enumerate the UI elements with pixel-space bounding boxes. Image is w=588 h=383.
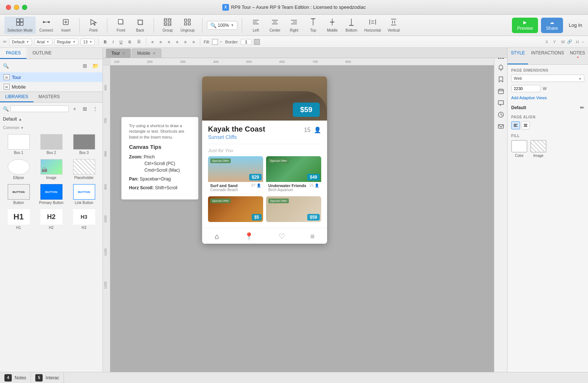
masters-tab[interactable]: MASTERS bbox=[33, 92, 65, 102]
strikethrough-button[interactable]: S bbox=[126, 39, 133, 45]
widget-link-button[interactable]: BUTTON Link Button bbox=[68, 183, 100, 206]
minimize-button[interactable] bbox=[14, 5, 19, 10]
side-clock-icon[interactable] bbox=[496, 110, 506, 120]
zoom-value: 100% bbox=[218, 23, 229, 28]
center-align-button[interactable]: Center bbox=[266, 17, 284, 34]
fill-color-swatch[interactable] bbox=[212, 39, 218, 45]
side-comment-icon[interactable] bbox=[496, 98, 506, 108]
page-add-button[interactable]: ⊞ bbox=[80, 61, 89, 70]
share-button[interactable]: ☁ Share bbox=[541, 18, 563, 33]
widget-ellipse[interactable]: Ellipse bbox=[3, 158, 34, 181]
mobile-hero: $59 bbox=[202, 76, 327, 121]
font-dropdown[interactable]: Arial ▼ bbox=[34, 39, 52, 45]
canvas-tab-mobile-close[interactable]: ✕ bbox=[153, 51, 156, 56]
side-email-icon[interactable] bbox=[496, 121, 506, 132]
pages-search-input[interactable] bbox=[10, 62, 79, 69]
widget-box2[interactable]: Box 2 bbox=[36, 133, 67, 156]
pages-tab[interactable]: PAGES bbox=[0, 48, 26, 59]
bottom-align-button[interactable]: Bottom bbox=[342, 17, 361, 34]
add-adaptive-link[interactable]: Add Adaptive Views bbox=[511, 96, 547, 100]
card-num-turtle: 25 👤 bbox=[309, 183, 319, 187]
widget-primary-button[interactable]: BUTTON Primary Button bbox=[36, 183, 67, 206]
horizontal-dist-button[interactable]: Horizontal bbox=[361, 17, 384, 34]
widget-h3[interactable]: H3 H3 bbox=[68, 208, 100, 231]
nav-heart-icon[interactable]: ♡ bbox=[279, 232, 285, 241]
list-button[interactable]: ☰ bbox=[135, 39, 143, 45]
align-center-btn[interactable]: ≡ bbox=[158, 39, 164, 45]
italic-button[interactable]: I bbox=[111, 39, 115, 45]
widget-h2[interactable]: H2 H2 bbox=[36, 208, 67, 231]
back-button[interactable]: Back bbox=[131, 17, 149, 34]
nav-location-icon[interactable]: 📍 bbox=[244, 232, 254, 241]
canvas-tabs: Tour ✕ Mobile ✕ bbox=[103, 48, 507, 58]
widget-placeholder[interactable]: Placeholder bbox=[68, 158, 100, 181]
align-justify-btn[interactable]: ≡ bbox=[174, 39, 180, 45]
preview-button[interactable]: ▶ Preview bbox=[512, 18, 538, 33]
canvas-content[interactable]: Try using a shortcut to draw a rectangle… bbox=[110, 65, 507, 372]
lib-grid-button[interactable]: ⊞ bbox=[80, 104, 89, 113]
page-item-tour[interactable]: ▤ Tour bbox=[0, 72, 103, 82]
underline-button[interactable]: U bbox=[118, 39, 124, 45]
canvas-area[interactable]: Tour ✕ Mobile ✕ 100 200 300 400 500 600 … bbox=[103, 48, 507, 372]
style-tab[interactable]: STYLE bbox=[508, 48, 528, 64]
nav-menu-icon[interactable]: ≡ bbox=[310, 232, 315, 241]
login-button[interactable]: Log In bbox=[566, 21, 585, 29]
edit-icon[interactable]: ✏ bbox=[580, 105, 584, 111]
widget-button[interactable]: BUTTON Button bbox=[3, 183, 34, 206]
nav-home-icon[interactable]: ⌂ bbox=[215, 232, 219, 241]
page-folder-button[interactable]: 📁 bbox=[91, 61, 100, 70]
connect-button[interactable]: Connect bbox=[36, 17, 56, 34]
front-button[interactable]: Front bbox=[112, 17, 130, 34]
lib-add-button[interactable]: + bbox=[70, 104, 79, 113]
weight-dropdown[interactable]: Regular ▼ bbox=[54, 39, 78, 45]
align-right-btn[interactable]: ≡ bbox=[166, 39, 172, 45]
close-button[interactable] bbox=[6, 5, 11, 10]
svg-rect-2 bbox=[17, 22, 19, 25]
vertical-dist-button[interactable]: Vertical bbox=[384, 17, 403, 34]
border-width-input[interactable] bbox=[241, 39, 252, 45]
main-area: PAGES OUTLINE 🔍 ⊞ 📁 ▤ Tour ▤ Mobile bbox=[0, 48, 588, 372]
web-dropdown[interactable]: Web ▲ bbox=[511, 75, 584, 82]
right-align-button[interactable]: Right bbox=[285, 17, 303, 34]
insert-button[interactable]: Insert bbox=[57, 17, 75, 34]
libraries-tab[interactable]: LIBRARIES bbox=[0, 92, 33, 102]
align-left-btn[interactable]: ≡ bbox=[150, 39, 155, 45]
middle-align-button[interactable]: Middle bbox=[323, 17, 341, 34]
side-calendar-icon[interactable] bbox=[496, 86, 506, 96]
canvas-tab-tour[interactable]: Tour ✕ bbox=[106, 49, 131, 58]
widget-box3[interactable]: Box 3 bbox=[68, 133, 100, 156]
lib-more-button[interactable]: ⋮ bbox=[91, 104, 100, 113]
lib-name-dropdown[interactable]: Default ▲ bbox=[0, 115, 103, 123]
lib-search-input[interactable] bbox=[10, 105, 69, 112]
top-align-button[interactable]: Top bbox=[304, 17, 322, 34]
point-button[interactable]: Point bbox=[84, 17, 103, 34]
page-item-mobile[interactable]: ▤ Mobile bbox=[0, 82, 103, 92]
align-left-btn-right[interactable] bbox=[511, 121, 520, 129]
maximize-button[interactable] bbox=[22, 5, 27, 10]
ungroup-button[interactable]: Ungroup bbox=[178, 17, 197, 34]
selection-mode-button[interactable]: Selection Mode bbox=[4, 17, 36, 34]
fill-image-option[interactable]: Image bbox=[530, 140, 546, 158]
widget-h1[interactable]: H1 H1 bbox=[3, 208, 34, 231]
fill-color-option[interactable]: Color bbox=[511, 140, 527, 158]
line-spacing-btn[interactable]: ≡ bbox=[182, 39, 188, 45]
size-dropdown[interactable]: 13 ▼ bbox=[80, 39, 95, 45]
canvas-tab-tour-close[interactable]: ✕ bbox=[122, 51, 125, 56]
char-spacing-btn[interactable]: ≡ bbox=[191, 39, 197, 45]
left-align-button[interactable]: Left bbox=[247, 17, 265, 34]
interactions-tab[interactable]: INTERACTIONS bbox=[528, 48, 567, 64]
side-bell-icon[interactable] bbox=[496, 62, 506, 73]
border-color-swatch[interactable] bbox=[254, 39, 260, 45]
style-dropdown[interactable]: Default ▼ bbox=[9, 39, 32, 45]
widget-box1[interactable]: Box 1 bbox=[3, 133, 34, 156]
width-input[interactable] bbox=[511, 85, 541, 92]
canvas-tab-mobile[interactable]: Mobile ✕ bbox=[132, 49, 161, 58]
notes-tab[interactable]: NOTES bbox=[567, 48, 588, 64]
widget-image[interactable]: 🏔 Image bbox=[36, 158, 67, 181]
bold-button[interactable]: B bbox=[102, 39, 108, 45]
outline-tab[interactable]: OUTLINE bbox=[26, 48, 57, 59]
align-center-btn-right[interactable] bbox=[521, 121, 530, 129]
side-bookmark-icon[interactable] bbox=[496, 74, 506, 85]
zoom-control[interactable]: 🔍 100% ▼ bbox=[207, 21, 238, 30]
group-button[interactable]: Group bbox=[158, 17, 177, 34]
